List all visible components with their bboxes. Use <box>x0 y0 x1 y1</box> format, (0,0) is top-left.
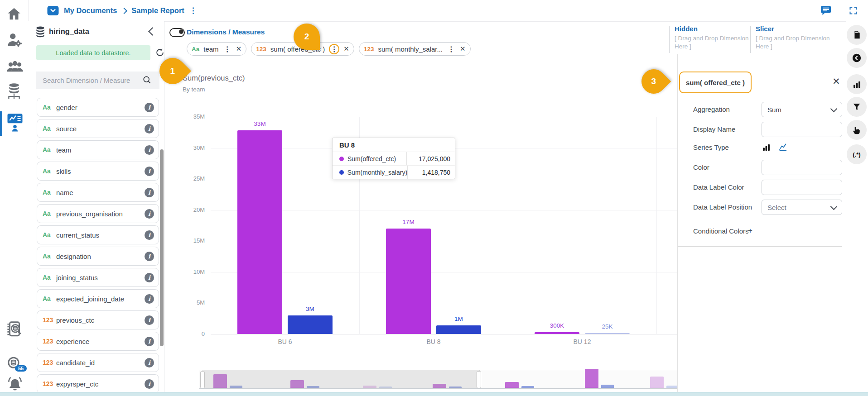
chip-menu-icon[interactable]: ⋮ <box>223 45 232 53</box>
add-conditional-color-button[interactable]: + <box>748 226 752 235</box>
bar-BU 6-Sum(offered_ctc)[interactable] <box>237 130 282 334</box>
dimensions-toggle[interactable] <box>169 28 185 37</box>
info-icon[interactable]: i <box>145 188 154 197</box>
bottom-status-strip <box>0 392 868 396</box>
field-name: previous_organisation <box>56 210 145 218</box>
bar-BU 8-Sum(monthly_salary)[interactable] <box>436 325 481 334</box>
text-type-icon: Aa <box>43 295 56 302</box>
number-type-icon: 123 <box>364 46 374 52</box>
aggregation-select[interactable]: Sum <box>762 102 842 117</box>
chart-type-button[interactable] <box>847 74 867 94</box>
info-icon[interactable]: i <box>145 209 154 219</box>
text-type-icon: Aa <box>43 231 56 239</box>
chip-remove-icon[interactable]: ✕ <box>460 45 466 53</box>
slicer-dropzone-hint[interactable]: [ Drag and Drop Dimension Here ] <box>756 34 832 51</box>
notifications-bell-icon[interactable] <box>6 374 24 391</box>
bar-BU 8-Sum(offered_ctc)[interactable] <box>386 229 431 334</box>
top-bar: My Documents Sample Report ⋮ <box>0 0 868 22</box>
field-source[interactable]: Aasourcei <box>37 119 159 138</box>
groups-icon[interactable] <box>6 60 24 74</box>
field-team[interactable]: Aateami <box>37 140 159 159</box>
field-designation[interactable]: Aadesignationi <box>37 247 159 266</box>
bar-BU 12-Sum(monthly_salary)[interactable] <box>585 333 630 334</box>
memory-card-icon <box>852 30 861 40</box>
chip-remove-icon[interactable]: ✕ <box>236 45 242 53</box>
memory-card-button[interactable] <box>847 25 867 45</box>
user-settings-icon[interactable] <box>6 32 23 48</box>
chip-team[interactable]: Aateam⋮✕ <box>187 42 246 56</box>
info-icon[interactable]: i <box>145 273 154 282</box>
field-experience[interactable]: 123experiencei <box>37 332 159 351</box>
field-previous_organisation[interactable]: Aaprevious_organisationi <box>37 204 159 223</box>
data-label-position-select[interactable]: Select <box>762 200 842 215</box>
datastore-status-badge: Loaded data to datastore. <box>36 45 150 60</box>
info-icon[interactable]: i <box>145 294 154 304</box>
hidden-dropzone-hint[interactable]: [ Drag and Drop Dimension Here ] <box>675 34 751 51</box>
display-name-input[interactable] <box>762 122 842 137</box>
info-icon[interactable]: i <box>145 337 154 346</box>
info-icon[interactable]: i <box>145 145 154 155</box>
info-icon[interactable]: i <box>145 379 154 389</box>
data-label-color-input[interactable] <box>762 180 842 195</box>
field-expected_joining_date[interactable]: Aaexpected_joining_datei <box>37 289 159 308</box>
select-tool-button[interactable] <box>847 120 867 140</box>
navigator-selection[interactable] <box>203 370 480 388</box>
report-menu-icon[interactable]: ⋮ <box>189 6 197 15</box>
info-icon[interactable]: i <box>145 230 154 240</box>
info-icon[interactable]: i <box>145 124 154 134</box>
bar-BU 12-Sum(offered_ctc)[interactable] <box>535 332 579 334</box>
datastore-icon[interactable] <box>6 82 22 101</box>
chip-menu-icon[interactable]: ⋮ <box>329 44 339 54</box>
info-icon[interactable]: i <box>145 167 154 176</box>
refresh-data-button[interactable] <box>154 47 166 58</box>
fields-scrollbar[interactable] <box>160 149 164 346</box>
field-joining_status[interactable]: Aajoining_statusi <box>37 268 159 287</box>
bar-series-icon[interactable] <box>762 143 771 152</box>
breadcrumb-my-documents[interactable]: My Documents <box>64 6 117 15</box>
search-input[interactable] <box>42 76 142 85</box>
line-series-icon[interactable] <box>778 142 790 152</box>
text-type-icon: Aa <box>43 167 56 175</box>
close-panel-icon[interactable]: ✕ <box>832 76 840 87</box>
bar-chart-icon <box>852 80 862 89</box>
field-skills[interactable]: Aaskillsi <box>37 162 159 181</box>
folder-icon[interactable] <box>47 5 59 16</box>
fullscreen-icon[interactable] <box>849 6 858 15</box>
field-name[interactable]: Aanamei <box>37 183 159 202</box>
navigator-right-handle[interactable] <box>477 371 481 388</box>
breadcrumb-report-name[interactable]: Sample Report <box>131 6 184 15</box>
chip-remove-icon[interactable]: ✕ <box>343 45 349 53</box>
annotation-pin-3: 3 <box>637 64 671 99</box>
filter-button[interactable] <box>847 97 867 117</box>
bar-BU 6-Sum(monthly_salary)[interactable] <box>288 315 333 334</box>
home-icon[interactable] <box>6 6 22 22</box>
back-button[interactable] <box>847 48 867 68</box>
field-expyrsper_ctc[interactable]: 123expyrsper_ctci <box>37 374 159 393</box>
field-current_status[interactable]: Aacurrent_statusi <box>37 225 159 244</box>
y-axis-tick: 35M <box>180 113 205 120</box>
field-candidate_id[interactable]: 123candidate_idi <box>37 353 159 372</box>
search-icon[interactable] <box>142 75 152 85</box>
collapse-panel-icon[interactable] <box>148 27 156 35</box>
field-gender[interactable]: Aagenderi <box>37 98 159 117</box>
app-navigation-rail: 55 <box>0 0 29 396</box>
tooltip-row: Sum(monthly_salary)1,418,750 <box>333 166 455 179</box>
regex-button[interactable]: (.*) <box>847 144 867 164</box>
field-previous_ctc[interactable]: 123previous_ctci <box>37 310 159 329</box>
chip-menu-icon[interactable]: ⋮ <box>447 45 456 53</box>
navigator-left-handle[interactable] <box>200 371 205 388</box>
info-icon[interactable]: i <box>145 315 154 325</box>
comments-icon[interactable] <box>820 5 831 16</box>
minimap-bar-blue <box>601 385 614 388</box>
bar-data-label: 1M <box>436 315 481 322</box>
measure-chips-row: Aateam⋮✕123sum( offered_ctc )⋮✕123sum( m… <box>187 42 471 56</box>
chip-sum-monthly-salar-[interactable]: 123sum( monthly_salar...⋮✕ <box>359 42 471 56</box>
info-icon[interactable]: i <box>145 103 154 112</box>
color-input[interactable] <box>762 160 842 175</box>
data-dictionary-search-icon[interactable] <box>6 320 23 339</box>
report-builder-icon[interactable] <box>6 112 24 132</box>
info-icon[interactable]: i <box>145 358 154 367</box>
info-icon[interactable]: i <box>145 252 154 261</box>
data-label-position-label: Data Label Position <box>693 200 752 215</box>
chart-navigator[interactable] <box>199 370 677 389</box>
